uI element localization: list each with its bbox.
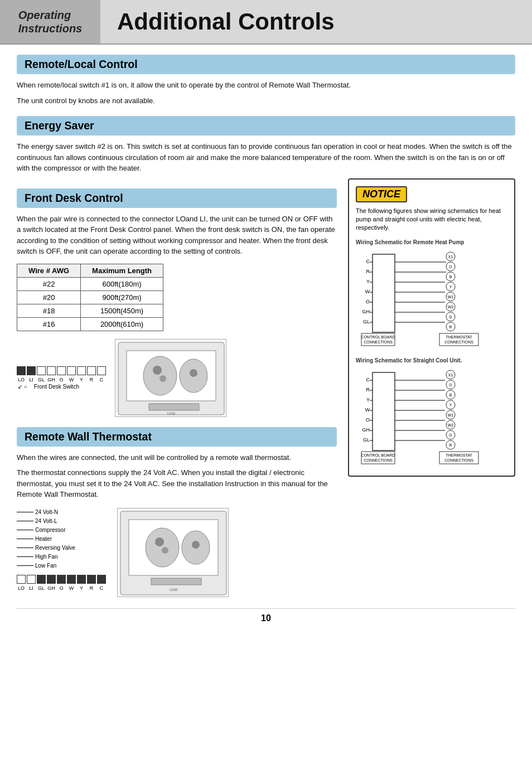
remote-wall-header: Remote Wall Thermostat [17,427,337,447]
front-desk-section: Front Desk Control When the pair wire is… [17,178,515,597]
svg-text:CONTROL BOARD: CONTROL BOARD [361,453,395,457]
terminal-box [17,366,26,375]
notice-column: NOTICE The following figures show wiring… [348,178,515,477]
operating-instructions-label: Operating Instructions [18,8,82,35]
svg-text:GH: GH [362,427,370,433]
terminal-label-r: R [87,377,96,382]
wall-thermostat-diagram-row: 24 Volt-N 24 Volt-L Compressor Heater Re… [17,508,337,597]
length-col-header: Maximum Length [81,264,163,277]
svg-text:O: O [449,265,452,269]
terminal-box [77,366,86,375]
wire-20: #20 [17,290,81,304]
svg-text:CONNECTIONS: CONNECTIONS [444,458,473,462]
notice-box: NOTICE The following figures show wiring… [348,178,515,477]
terminal-label-lo: LO [17,377,26,382]
btlabel-w: W [67,585,76,591]
svg-point-5 [153,366,162,375]
page-title: Additional Controls [117,8,335,35]
page-number: 10 [17,608,515,628]
label-reversing-valve: Reversing Valve [17,544,106,553]
terminal-box [97,575,106,584]
svg-text:C: C [366,377,370,382]
front-desk-para: When the pair wire is connected to the c… [17,214,337,257]
bottom-terminal-boxes [17,575,106,584]
svg-text:Unit: Unit [167,411,176,416]
wire-label-list: 24 Volt-N 24 Volt-L Compressor Heater Re… [17,508,106,591]
terminal-boxes [17,366,106,375]
svg-point-7 [190,369,197,377]
svg-text:CONTROL BOARD: CONTROL BOARD [361,335,395,339]
terminal-label-c: C [97,377,106,382]
svg-text:CONNECTIONS: CONNECTIONS [364,458,393,462]
terminal-box [17,575,26,584]
bottom-terminal: LO LI GL GH O W Y R C [17,575,106,591]
wiring2-label: Wiring Schematic for Straight Cool Unit. [356,357,507,364]
terminal-block: LO LI GL GH O W Y R C ↙ ○ Front Desk Swi… [17,366,106,390]
terminal-box [47,575,56,584]
wiring-schematic-1: Wiring Schematic for Remote Heat Pump C … [356,239,507,351]
terminal-label-gh: GH [47,377,56,382]
btlabel-gh: GH [47,585,56,591]
svg-text:B: B [449,393,452,397]
svg-point-2 [143,356,177,395]
svg-rect-64 [373,372,395,450]
wire-table: Wire # AWG Maximum Length #22 600ft(180m… [17,264,163,331]
wall-thermostat-unit-diagram: Unit [117,508,229,597]
svg-text:R: R [449,325,452,329]
notice-text: The following figures show wiring schema… [356,207,507,232]
svg-text:B: B [449,275,452,279]
svg-text:O: O [366,299,370,304]
wiring1-label: Wiring Schematic for Remote Heat Pump [356,239,507,245]
svg-text:Y: Y [449,403,452,407]
length-18: 1500ft(450m) [81,304,163,317]
label-24l: 24 Volt-L [17,517,106,526]
terminal-box [47,366,56,375]
svg-text:CONNECTIONS: CONNECTIONS [444,340,473,344]
terminal-box [77,575,86,584]
table-row: #16 2000ft(610m) [17,317,163,331]
terminal-box [37,575,46,584]
length-22: 600ft(180m) [81,277,163,290]
front-desk-unit-diagram: Unit [115,339,226,417]
front-desk-switch-label: Front Desk Switch [34,384,79,390]
front-desk-header: Front Desk Control [17,188,337,208]
btlabel-c: C [97,585,106,591]
svg-text:W: W [365,407,370,413]
svg-text:X1: X1 [448,373,453,377]
svg-text:CONNECTIONS: CONNECTIONS [364,340,393,344]
table-row: #22 600ft(180m) [17,277,163,290]
wiring-schematic-2: Wiring Schematic for Straight Cool Unit.… [356,357,507,469]
svg-text:W: W [365,289,370,294]
svg-text:W1: W1 [448,295,454,299]
svg-text:R: R [449,443,452,447]
energy-saver-title: Energy Saver [25,119,507,132]
svg-text:G: G [449,315,452,319]
svg-rect-13 [151,578,201,585]
table-row: #20 900ft(270m) [17,290,163,304]
svg-text:GH: GH [362,309,370,314]
svg-text:G: G [449,433,452,437]
btlabel-o: O [57,585,66,591]
svg-text:GL: GL [363,319,370,324]
terminal-box [87,575,96,584]
energy-saver-header: Energy Saver [17,116,515,135]
terminal-box [87,366,96,375]
terminal-box [57,575,66,584]
header-right-panel: Additional Controls [100,0,532,43]
svg-text:GL: GL [363,437,370,443]
length-20: 900ft(270m) [81,290,163,304]
terminal-box [27,366,36,375]
wire-18: #18 [17,304,81,317]
front-desk-left: Front Desk Control When the pair wire is… [17,178,337,597]
btlabel-r: R [87,585,96,591]
label-compressor: Compressor [17,526,106,535]
svg-text:C: C [366,259,370,264]
svg-text:R: R [366,387,370,393]
terminal-box [37,366,46,375]
svg-rect-18 [373,254,395,332]
table-row: #18 1500ft(450m) [17,304,163,317]
btlabel-gl: GL [37,585,46,591]
terminal-label-y: Y [77,377,86,382]
terminal-box [67,575,76,584]
remote-wall-para1: When the wires are connected, the unit w… [17,452,337,463]
